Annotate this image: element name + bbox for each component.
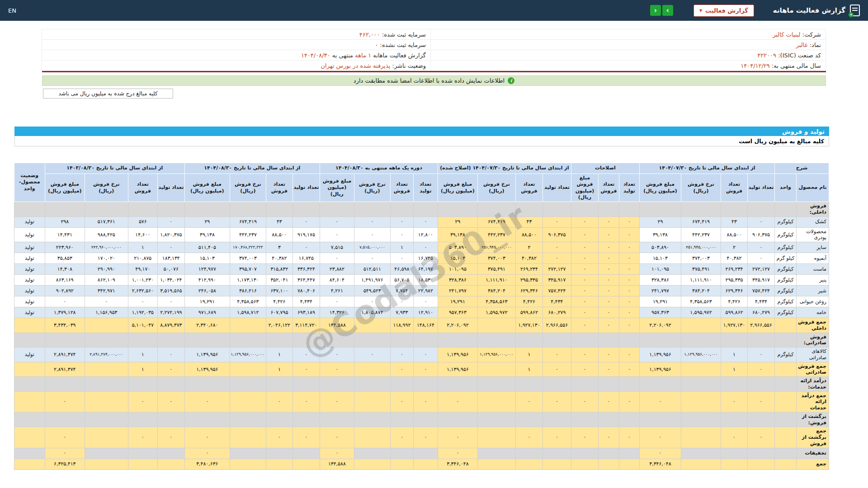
value-cell: ۰ <box>639 448 681 459</box>
value-cell: ۰ <box>571 427 598 448</box>
table-row: فروش داخلی: <box>14 202 829 217</box>
value-cell: ۰ <box>515 391 542 412</box>
value-cell: ۱,۱۳۹,۹۵۶ <box>438 347 477 362</box>
value-cell: ۴۴۲,۲۳۷ <box>477 227 515 242</box>
value-cell: ۲۹۸ <box>45 216 85 227</box>
prev-report-button[interactable]: ‹ <box>650 5 661 16</box>
value-cell <box>542 448 571 459</box>
value-cell: ۰ <box>542 362 571 377</box>
value-cell <box>128 448 157 459</box>
value-cell: ۶۳۷,۱۰۰ <box>266 286 292 296</box>
value-cell: ۰ <box>619 264 639 275</box>
value-cell: ۰ <box>266 391 292 412</box>
value-cell: ۴,۴۳۴ <box>542 296 571 307</box>
header-qty-sold: تعداد فروش <box>598 174 619 202</box>
value-cell: ۰ <box>598 253 619 264</box>
value-cell: ۹۰۶,۳۷۵ <box>748 227 775 242</box>
info-cell: وضعیت ناشر: پذیرفته شده در بورس تهران <box>42 61 431 71</box>
value-cell: ۲۴۱,۷۹۷ <box>639 286 681 296</box>
header-qty-produced: تعداد تولید <box>157 174 184 202</box>
value-cell <box>681 412 721 427</box>
value-cell: ۳۴۵,۹۱۷ <box>748 275 775 286</box>
value-cell <box>128 412 157 427</box>
value-cell <box>413 377 438 392</box>
value-cell <box>230 459 266 469</box>
value-cell: ۰ <box>619 307 639 318</box>
unit-cell <box>775 459 797 469</box>
product-name-cell: آبمیوه <box>797 253 829 264</box>
section-title-bar: تولید و فروش <box>14 127 829 136</box>
signed-data-notice: i اطلاعات نمایش داده شده با اطلاعات امضا… <box>42 75 826 86</box>
page-title: گزارش فعالیت ماهانه <box>773 6 845 14</box>
header-qty-produced: تعداد تولید <box>542 174 571 202</box>
value-cell: ۰ <box>157 427 184 448</box>
value-cell <box>748 202 775 217</box>
value-cell: ۱۵,۱۰۳ <box>184 253 230 264</box>
value-cell: ۵۴۹,۵۲۳ <box>354 286 390 296</box>
value-cell <box>438 202 477 217</box>
value-cell: ۰ <box>157 242 184 253</box>
value-cell: ۰ <box>619 216 639 227</box>
table-row: برگشت از فروش: <box>14 412 829 427</box>
next-report-button[interactable]: › <box>662 5 673 16</box>
value-cell: ۰ <box>320 448 354 459</box>
value-cell <box>639 377 681 392</box>
value-cell <box>85 318 128 333</box>
value-cell: ۰ <box>598 427 619 448</box>
product-name-cell: برگشت از فروش: <box>797 412 829 427</box>
value-cell: ۰ <box>45 391 85 412</box>
value-cell: ۰ <box>438 448 477 459</box>
value-cell <box>571 333 598 347</box>
table-row: محصولات پودریکیلوگرم۹۰۶,۳۷۵۸۸,۵۰۰۴۴۲,۲۳۷… <box>14 227 829 242</box>
value-cell: ۰ <box>619 242 639 253</box>
value-cell: ۳۷۴,۰۰۳ <box>681 253 721 264</box>
page: + گزارش فعالیت ماهانه گزارش فعالیت ▼ › ‹… <box>0 0 868 488</box>
report-type-dropdown[interactable]: گزارش فعالیت ▼ <box>693 5 754 17</box>
language-toggle[interactable]: EN <box>8 7 16 14</box>
value-cell: ۵۷۶ <box>128 216 157 227</box>
value-cell: ۰ <box>571 296 598 307</box>
unit-cell: کیلو گرم <box>775 253 797 264</box>
value-cell: ۱,۱۳۹,۹۵۶ <box>639 362 681 377</box>
value-cell <box>128 459 157 469</box>
info-cell: نماد: غالبر <box>431 40 826 50</box>
value-cell: ۰ <box>598 242 619 253</box>
value-cell <box>266 333 292 347</box>
value-cell: ۲,۲۷۲,۱۹۹ <box>157 307 184 318</box>
unit-cell: کیلوگرم <box>775 286 797 296</box>
value-cell <box>639 202 681 217</box>
header-sale-rate: نرخ فروش (ریال) <box>681 174 721 202</box>
product-name-cell: درآمد ارائه خدمات: <box>797 377 829 392</box>
value-cell <box>230 427 266 448</box>
info-label: منتهی به <box>330 52 355 59</box>
value-cell <box>157 459 184 469</box>
value-cell <box>157 448 184 459</box>
value-cell: ۰ <box>128 296 157 307</box>
value-cell: ۴۱۲,۹۹۰ <box>184 275 230 286</box>
value-cell: ۰ <box>542 253 571 264</box>
value-cell: ۸۸,۵۰۰ <box>266 227 292 242</box>
value-cell <box>292 333 320 347</box>
value-cell: ۳۹۵,۷۰۷ <box>230 264 266 275</box>
value-cell <box>598 412 619 427</box>
value-cell <box>542 459 571 469</box>
value-cell <box>571 377 598 392</box>
value-cell: ۴۰,۳۸۲ <box>721 253 748 264</box>
value-cell <box>639 412 681 427</box>
value-cell <box>85 362 128 377</box>
header-group-adjustments: اصلاحات <box>571 163 639 174</box>
value-cell <box>157 377 184 392</box>
value-cell: ۶۷۴,۴۱۹ <box>477 216 515 227</box>
value-cell: ۱ <box>721 347 748 362</box>
header-sale-amount: مبلغ فروش (میلیون ریال) <box>320 174 354 202</box>
value-cell: ۱ <box>515 362 542 377</box>
value-cell: ۱۰۱,۰۹۵ <box>639 264 681 275</box>
value-cell: ۰ <box>390 227 413 242</box>
value-cell <box>477 391 515 412</box>
unit-cell: کیلوگرم <box>775 227 797 242</box>
info-label: سرمایه ثبت شده: <box>380 31 426 38</box>
value-cell <box>542 377 571 392</box>
value-cell: ۰ <box>292 216 320 227</box>
value-cell: ۵۶,۷۰۵ <box>390 275 413 286</box>
info-cell: کد صنعت (ISIC): ۴۲۲۰۰۹ <box>431 50 826 61</box>
